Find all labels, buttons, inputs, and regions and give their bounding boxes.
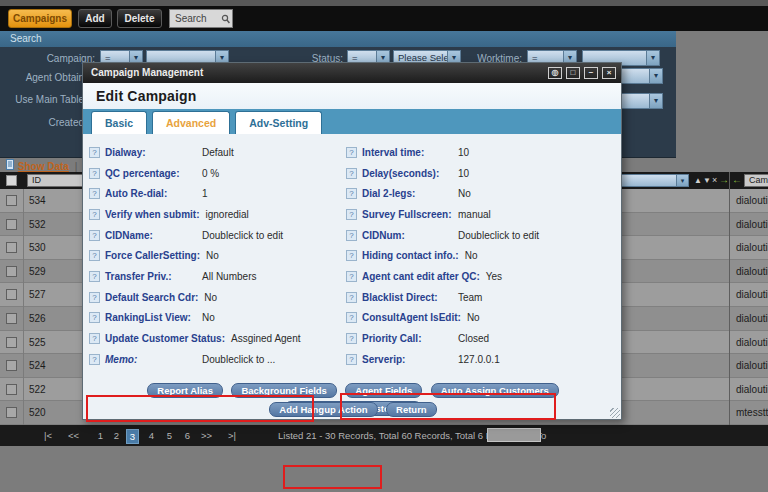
row-checkbox[interactable] — [6, 289, 17, 300]
help-icon[interactable]: ? — [89, 333, 100, 344]
campaign-management-dialog: Campaign Management ◎ □ − × Edit Campaig… — [82, 62, 622, 420]
highlight-box-priority-call — [340, 393, 556, 420]
jump-to-page-input[interactable] — [487, 428, 541, 442]
first-page-button[interactable]: |< — [44, 429, 52, 442]
row-checkbox[interactable] — [6, 195, 17, 206]
dialog-titlebar[interactable]: Campaign Management ◎ □ − × — [83, 63, 621, 83]
last-page-button[interactable]: >| — [228, 429, 236, 442]
tab-adv-setting[interactable]: Adv-Setting — [235, 111, 322, 134]
help-icon[interactable]: ? — [346, 271, 357, 282]
add-button[interactable]: Add — [78, 9, 112, 28]
sort-desc-icon[interactable]: ▼ — [703, 176, 711, 185]
campaign-filter-label: Campaign: — [0, 53, 95, 64]
created-label: Created — [0, 117, 84, 128]
document-icon — [6, 161, 15, 172]
sort-asc-icon[interactable]: ▲ — [694, 176, 702, 185]
row-checkbox[interactable] — [6, 242, 17, 253]
field-cidnum: ?CIDNum:Doubleclick to edit — [346, 225, 618, 246]
field-auto-redial: ?Auto Re-dial:1 — [89, 183, 341, 204]
next-page-button[interactable]: >> — [201, 429, 212, 442]
help-icon[interactable]: ? — [346, 147, 357, 158]
row-checkbox[interactable] — [6, 407, 17, 418]
prev-page-button[interactable]: << — [68, 429, 79, 442]
chevron-down-icon: ▾ — [646, 51, 659, 65]
highlight-box-update-customer-status — [86, 395, 314, 422]
search-input[interactable]: Search — [169, 9, 233, 28]
agent-obtain-label: Agent Obtain — [0, 72, 84, 83]
dialog-resize-handle[interactable] — [610, 408, 620, 418]
help-icon[interactable]: ? — [346, 292, 357, 303]
page-4-button[interactable]: 4 — [145, 429, 158, 442]
help-icon[interactable]: ? — [89, 354, 100, 365]
field-survey-fullscreen: ?Survey Fullscreen:manual — [346, 204, 618, 225]
move-column-right-icon[interactable]: → — [719, 174, 729, 186]
help-icon[interactable]: ? — [346, 230, 357, 241]
field-transfer-priv: ?Transfer Priv.:All Numbers — [89, 266, 341, 287]
row-checkbox[interactable] — [6, 219, 17, 230]
tab-advanced[interactable]: Advanced — [152, 111, 230, 134]
field-interval-time: ?Interval time:10 — [346, 142, 618, 163]
tab-basic[interactable]: Basic — [91, 111, 147, 134]
main-toolbar: Campaigns Add Delete Search — [0, 6, 768, 31]
select-all-checkbox[interactable] — [6, 175, 17, 186]
fields-right-column: ?Interval time:10 ?Delay(seconds):10 ?Di… — [346, 142, 618, 370]
help-icon[interactable]: ? — [346, 312, 357, 323]
row-checkbox[interactable] — [6, 384, 17, 395]
row-checkbox[interactable] — [6, 313, 17, 324]
search-section-header[interactable]: Search — [0, 31, 676, 47]
column-header-campaign[interactable]: Cam — [744, 174, 768, 187]
delete-button[interactable]: Delete — [117, 9, 162, 28]
search-icon[interactable] — [221, 13, 230, 30]
window-restore-icon[interactable]: ◎ — [548, 67, 562, 79]
page-6-button[interactable]: 6 — [181, 429, 194, 442]
show-data-separator: | — [75, 161, 78, 172]
field-dialway: ?Dialway:Default — [89, 142, 341, 163]
help-icon[interactable]: ? — [89, 292, 100, 303]
help-icon[interactable]: ? — [346, 209, 357, 220]
field-qc-percentage: ?QC percentage:0 % — [89, 163, 341, 184]
dialog-heading: Edit Campaign — [96, 88, 621, 104]
page-5-button[interactable]: 5 — [163, 429, 176, 442]
field-hiding-contact-info: ?Hiding contact info.:No — [346, 245, 618, 266]
field-dial-2-legs: ?Dial 2-legs:No — [346, 183, 618, 204]
field-verify-when-submit: ?Verify when submit:ignoredial — [89, 204, 341, 225]
show-data-row: Show Data | — [6, 159, 93, 173]
help-icon[interactable]: ? — [89, 168, 100, 179]
help-icon[interactable]: ? — [89, 271, 100, 282]
show-data-link[interactable]: Show Data — [18, 161, 69, 172]
help-icon[interactable]: ? — [89, 188, 100, 199]
help-icon[interactable]: ? — [346, 333, 357, 344]
use-main-table-label: Use Main Table — [0, 94, 84, 105]
help-icon[interactable]: ? — [346, 168, 357, 179]
row-checkbox[interactable] — [6, 266, 17, 277]
help-icon[interactable]: ? — [346, 354, 357, 365]
field-update-customer-status: ?Update Customer Status:Assgined Agent — [89, 328, 341, 349]
window-minimize-icon[interactable]: − — [584, 67, 598, 79]
help-icon[interactable]: ? — [89, 209, 100, 220]
help-icon[interactable]: ? — [89, 250, 100, 261]
page-3-button-current[interactable]: 3 — [126, 429, 139, 444]
row-checkbox[interactable] — [6, 337, 17, 348]
dialog-title: Campaign Management — [91, 67, 203, 78]
help-icon[interactable]: ? — [346, 188, 357, 199]
help-icon[interactable]: ? — [89, 230, 100, 241]
page-2-button[interactable]: 2 — [110, 429, 123, 442]
app-screen: Campaigns Add Delete Search Search Campa… — [0, 0, 768, 492]
window-maximize-icon[interactable]: □ — [566, 67, 580, 79]
dialog-tab-strip: Basic Advanced Adv-Setting — [83, 109, 621, 134]
page-1-button[interactable]: 1 — [94, 429, 107, 442]
campaigns-tab-button[interactable]: Campaigns — [8, 9, 72, 28]
help-icon[interactable]: ? — [89, 312, 100, 323]
dialog-body: ?Dialway:Default ?QC percentage:0 % ?Aut… — [83, 134, 621, 421]
help-icon[interactable]: ? — [346, 250, 357, 261]
dialog-heading-band: Edit Campaign — [83, 83, 621, 109]
chevron-down-icon: ▾ — [676, 175, 688, 186]
row-checkbox[interactable] — [6, 360, 17, 371]
help-icon[interactable]: ? — [89, 147, 100, 158]
field-blacklist-direct: ?Blacklist Direct:Team — [346, 287, 618, 308]
field-agent-cant-edit-after-qc: ?Agent cant edit after QC:Yes — [346, 266, 618, 287]
move-column-left-icon[interactable]: ← — [732, 174, 742, 186]
pagination-bar: |< << 1 2 3 4 5 6 >> >| Listed 21 - 30 R… — [0, 425, 768, 446]
window-close-icon[interactable]: × — [602, 67, 616, 79]
clear-sort-icon[interactable]: × — [712, 176, 717, 185]
